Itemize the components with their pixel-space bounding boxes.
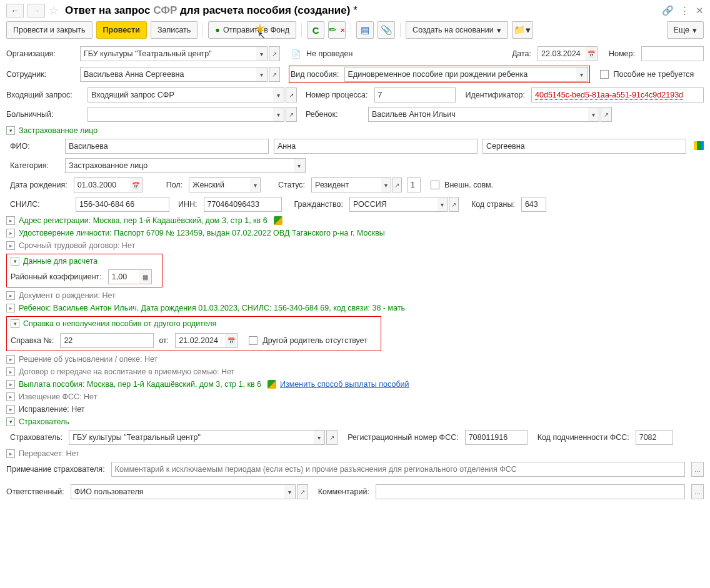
child-input[interactable]: Васильев Антон Ильич	[368, 107, 588, 122]
section-recalc[interactable]: ▸ Перерасчет: Нет	[6, 449, 704, 458]
post-and-close-button[interactable]: Провести и закрыть	[6, 21, 92, 39]
section-identity[interactable]: ▸ Удостоверение личности: Паспорт 6709 №…	[6, 229, 704, 237]
section-insurer[interactable]: ▾ Страхователь	[6, 417, 704, 426]
ext-combine-checkbox[interactable]	[431, 181, 439, 189]
create-based-button[interactable]: Создать на основании ▾	[406, 21, 508, 39]
sub-input[interactable]: 7082	[636, 430, 673, 445]
nav-back-button[interactable]: ←	[6, 4, 24, 17]
favorite-star-icon[interactable]: ☆	[49, 4, 59, 17]
dropdown-icon[interactable]: ▾	[256, 46, 268, 61]
inn-input[interactable]: 770464096433	[204, 197, 282, 212]
open-icon[interactable]: ↗	[326, 430, 338, 445]
write-button[interactable]: Записать	[151, 21, 198, 39]
calendar-icon[interactable]: 📅	[225, 333, 238, 348]
attach-button[interactable]: 📎	[378, 21, 395, 39]
date-input[interactable]: 22.03.2024	[538, 46, 585, 61]
post-button[interactable]: Провести	[96, 21, 147, 39]
link-icon[interactable]: 🔗	[662, 5, 674, 16]
dropdown-icon[interactable]: ▾	[381, 177, 391, 192]
clear-button[interactable]: ✏✕	[328, 21, 346, 39]
note-input[interactable]	[111, 462, 685, 477]
snils-input[interactable]: 156-340-684 66	[76, 197, 169, 212]
category-input[interactable]: Застрахованное лицо	[65, 158, 294, 173]
section-correction[interactable]: ▸ Исправление: Нет	[6, 405, 704, 414]
cert-no-input[interactable]: 22	[60, 333, 154, 348]
open-icon[interactable]: ↗	[269, 46, 280, 61]
dropdown-icon[interactable]: ▾	[588, 107, 599, 122]
sex-label: Пол:	[166, 181, 182, 189]
section-payout[interactable]: ▸ Выплата пособия: Москва, пер 1-й Кадаш…	[6, 380, 704, 389]
comment-input[interactable]	[376, 484, 685, 499]
benefit-not-needed-checkbox[interactable]	[600, 70, 609, 79]
section-fss-notice[interactable]: ▸ Извещение ФСС: Нет	[6, 392, 704, 401]
process-input[interactable]: 7	[374, 87, 456, 102]
sick-label: Больничный:	[6, 110, 82, 119]
insurer-input[interactable]: ГБУ культуры "Театральный центр"	[69, 430, 313, 445]
open-icon[interactable]: ↗	[286, 107, 297, 122]
dropdown-icon[interactable]: ▾	[250, 177, 261, 192]
section-adoption[interactable]: ▸ Решение об усыновлении / опеке: Нет	[6, 355, 704, 364]
section-foster[interactable]: ▸ Договор о передаче на воспитание в при…	[6, 367, 704, 376]
change-payout-link[interactable]: Изменить способ выплаты пособий	[280, 380, 409, 389]
dropdown-icon[interactable]: ▾	[314, 430, 325, 445]
expand-icon[interactable]: …	[691, 484, 704, 499]
sick-input[interactable]	[88, 107, 273, 122]
dropdown-icon[interactable]: ▾	[438, 197, 448, 212]
edit-person-icon[interactable]	[694, 141, 704, 152]
section-address[interactable]: ▸ Адрес регистрации: Москва, пер 1-й Кад…	[6, 216, 704, 225]
nav-forward-button[interactable]: →	[28, 4, 45, 17]
section-child[interactable]: ▸ Ребенок: Васильев Антон Ильич, Дата ро…	[6, 304, 704, 312]
print-button[interactable]: ▤	[356, 21, 374, 39]
patronymic-input[interactable]: Сергеевна	[482, 139, 686, 154]
edit-icon[interactable]	[274, 216, 282, 225]
section-noparent[interactable]: ▾ Справка о неполучении пособия от друго…	[11, 319, 377, 328]
resp-input[interactable]: ФИО пользователя	[71, 484, 284, 499]
emp-input[interactable]: Васильева Анна Сергеевна	[80, 67, 256, 82]
open-icon[interactable]: ↗	[392, 177, 402, 192]
inreq-input[interactable]: Входящий запрос СФР	[88, 87, 273, 102]
cert-date-input[interactable]: 21.02.2024	[175, 333, 225, 348]
calendar-icon[interactable]: 📅	[130, 177, 142, 192]
section-insured[interactable]: ▾ Застрахованное лицо	[6, 126, 704, 135]
reg-input[interactable]: 708011916	[465, 430, 528, 445]
refresh-button[interactable]: C	[307, 21, 324, 39]
struct-button[interactable]: 📁▾	[512, 21, 533, 39]
sex-input[interactable]: Женский	[189, 177, 250, 192]
dropdown-icon[interactable]: ▾	[284, 484, 296, 499]
number-input[interactable]	[641, 46, 704, 61]
more-menu-icon[interactable]: ⋮	[680, 5, 689, 16]
expand-icon[interactable]: …	[691, 462, 704, 477]
other-parent-checkbox[interactable]	[249, 336, 258, 345]
calculator-icon[interactable]: ▦	[139, 269, 152, 284]
other-parent-label: Другой родитель отсутствует	[262, 336, 368, 345]
status-input[interactable]: Резидент	[311, 177, 381, 192]
citizen-input[interactable]: РОССИЯ	[349, 197, 438, 212]
open-icon[interactable]: ↗	[269, 67, 280, 82]
surname-input[interactable]: Васильева	[65, 139, 269, 154]
section-contract[interactable]: ▸ Срочный трудовой договор: Нет	[6, 241, 704, 250]
chevron-down-icon: ▾	[6, 417, 15, 426]
name-input[interactable]: Анна	[274, 139, 478, 154]
dropdown-icon[interactable]: ▾	[273, 107, 284, 122]
fio-label: ФИО:	[10, 142, 60, 151]
section-birth-doc[interactable]: ▸ Документ о рождении: Нет	[6, 291, 704, 300]
open-icon[interactable]: ↗	[449, 197, 459, 212]
send-to-fund-button[interactable]: ●Отправить в Фонд ✶ ↖	[208, 21, 296, 39]
id-input[interactable]: 40d5145c-bed5-81aa-a551-91c4c9d2193d	[531, 87, 704, 102]
org-input[interactable]: ГБУ культуры "Театральный центр"	[80, 46, 256, 61]
open-icon[interactable]: ↗	[601, 107, 612, 122]
dropdown-icon[interactable]: ▾	[273, 87, 284, 102]
coeff-input[interactable]: 1,00	[108, 269, 139, 284]
dropdown-icon[interactable]: ▾	[294, 158, 306, 173]
section-calc[interactable]: ▾ Данные для расчета	[11, 257, 158, 266]
dob-input[interactable]: 01.03.2000	[74, 177, 130, 192]
dropdown-icon[interactable]: ▾	[576, 67, 588, 82]
dropdown-icon[interactable]: ▾	[256, 67, 268, 82]
open-icon[interactable]: ↗	[297, 484, 308, 499]
edit-icon[interactable]	[268, 380, 276, 389]
benefit-type-input[interactable]: Единовременное пособие при рождении ребе…	[344, 67, 576, 82]
open-icon[interactable]: ↗	[286, 87, 297, 102]
more-button[interactable]: Еще ▾	[667, 21, 704, 39]
close-icon[interactable]: ✕	[696, 5, 704, 16]
calendar-icon[interactable]: 📅	[585, 46, 598, 61]
